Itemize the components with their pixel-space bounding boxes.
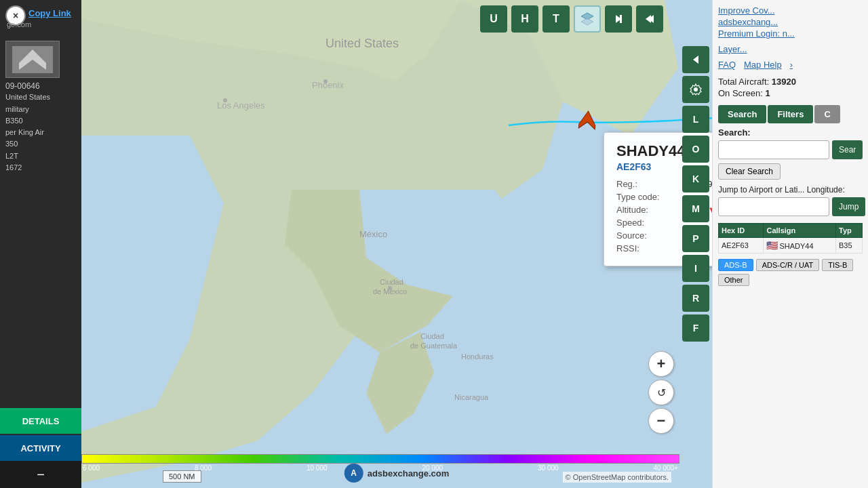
next-button[interactable]: [605, 5, 632, 33]
chevron-left-button[interactable]: [682, 46, 709, 73]
type-header: Typ: [836, 224, 863, 238]
adsc-tag[interactable]: ADS-C/R / UAT: [756, 259, 820, 271]
aircraft-svg: [576, 109, 599, 133]
svg-point-20: [323, 79, 328, 83]
scale-bar: 500 NM: [163, 470, 201, 483]
p-button[interactable]: P: [682, 225, 709, 252]
jump-label: Jump to Airport or Lati... Longitude:: [718, 185, 863, 195]
jump-button[interactable]: Jump: [832, 197, 865, 216]
collapse-button[interactable]: [636, 5, 663, 33]
clear-search-button[interactable]: Clear Search: [718, 163, 781, 180]
svg-text:Ciudad: Ciudad: [380, 278, 403, 286]
svg-point-31: [694, 87, 698, 92]
o-button[interactable]: O: [682, 136, 709, 163]
search-label: Search:: [718, 127, 863, 138]
premium-login-link2[interactable]: Layer...: [718, 44, 863, 54]
search-input[interactable]: [718, 140, 829, 159]
callsign-cell: 🇺🇸SHADY44: [764, 238, 836, 253]
left-country: United States: [5, 93, 50, 101]
aircraft-thumbnail: [5, 41, 60, 78]
t-button[interactable]: T: [542, 5, 570, 33]
jump-row: Jump: [718, 197, 863, 216]
map-area[interactable]: United States Los Angeles Phoenix México…: [81, 0, 712, 488]
reset-view-button[interactable]: ↺: [648, 380, 674, 405]
top-toolbar: U H T: [480, 5, 663, 33]
filters-tab[interactable]: Filters: [768, 105, 813, 123]
svg-text:México: México: [359, 229, 387, 239]
f-button[interactable]: F: [682, 314, 709, 342]
color-label-6: 40 000+: [654, 464, 678, 472]
improve-coverage-link2[interactable]: adsbexchang...: [718, 17, 863, 27]
total-aircraft-val: 13920: [772, 77, 796, 87]
layer-button[interactable]: [574, 5, 601, 33]
u-button[interactable]: U: [480, 5, 507, 33]
svg-point-19: [223, 98, 227, 102]
aircraft-table: Hex ID Callsign Typ AE2F63 🇺🇸SHADY44 B35: [718, 223, 863, 253]
svg-text:Ciudad: Ciudad: [420, 332, 444, 340]
m-button[interactable]: M: [682, 195, 709, 222]
total-aircraft-label: Total Aircraft:: [718, 77, 769, 87]
logo-text: adsbexchange.com: [368, 468, 450, 479]
map-attribution: © OpenStreetMap contributors.: [563, 472, 671, 483]
activity-label: ACTIVITY: [20, 443, 60, 453]
svg-point-21: [388, 286, 392, 290]
aircraft-icon[interactable]: [575, 109, 599, 138]
tisb-tag[interactable]: TIS-B: [822, 259, 853, 271]
improve-coverage-link[interactable]: Improve Cov...: [718, 5, 863, 16]
i-button[interactable]: I: [682, 255, 709, 282]
details-label: DETAILS: [22, 416, 60, 426]
svg-rect-27: [620, 15, 622, 23]
left-airport: L2T: [5, 152, 18, 160]
copy-link-button[interactable]: Copy Link: [28, 8, 71, 18]
adsb-tag[interactable]: ADS-B: [718, 259, 753, 271]
activity-button[interactable]: ACTIVITY: [0, 435, 81, 461]
zoom-controls: + ↺ −: [648, 351, 674, 434]
h-button[interactable]: H: [511, 5, 538, 33]
left-panel: × Copy Link ge.com 09-00646 United State…: [0, 0, 81, 488]
on-screen-val: 1: [765, 88, 770, 98]
left-bottom-bar: −: [0, 461, 81, 488]
type-cell: B35: [836, 238, 863, 253]
k-button[interactable]: K: [682, 165, 709, 192]
layer-icon: [580, 12, 595, 26]
minus-button[interactable]: −: [37, 467, 45, 483]
table-row[interactable]: AE2F63 🇺🇸SHADY44 B35: [719, 238, 863, 253]
chevron-left-icon: [690, 54, 701, 65]
svg-text:Honduras: Honduras: [461, 352, 494, 361]
logo-container: A adsbexchange.com: [344, 464, 450, 483]
altitude-color-bar: [81, 454, 679, 464]
right-map-buttons: L O K M P I R F: [679, 0, 712, 488]
premium-login-link[interactable]: Premium Login: n...: [718, 28, 863, 39]
main-tabs: Search Filters C: [718, 105, 863, 123]
svg-marker-23: [578, 110, 596, 129]
left-altitude: 1672: [5, 163, 22, 171]
popup-type-label: Type code:: [616, 192, 660, 202]
zoom-in-button[interactable]: +: [648, 351, 674, 377]
color-label-3: 10 000: [307, 464, 328, 472]
attribution-text: © OpenStreetMap contributors.: [566, 473, 669, 481]
other-source-tag[interactable]: Other: [718, 274, 749, 286]
map-help-link[interactable]: Map Help: [744, 60, 782, 70]
popup-rssi-label: RSSI:: [616, 243, 639, 253]
popup-source-label: Source:: [616, 230, 647, 241]
faq-link[interactable]: FAQ: [718, 60, 736, 70]
hex-id-header: Hex ID: [719, 224, 764, 238]
svg-text:United States: United States: [326, 37, 399, 50]
l-button[interactable]: L: [682, 106, 709, 133]
more-link[interactable]: ›: [790, 60, 793, 70]
search-go-button[interactable]: Sear: [832, 140, 863, 159]
copy-link-url: ge.com: [7, 20, 31, 28]
left-plane-model: per King Air: [5, 128, 44, 136]
other-tab[interactable]: C: [814, 105, 840, 123]
details-button[interactable]: DETAILS: [0, 408, 81, 434]
gear-button[interactable]: [682, 76, 709, 103]
aircraft-image: [12, 46, 53, 73]
collapse-icon: [644, 14, 655, 24]
gear-icon: [690, 83, 702, 96]
right-links: FAQ Map Help ›: [718, 60, 863, 70]
zoom-out-button[interactable]: −: [648, 408, 674, 434]
search-tab[interactable]: Search: [718, 105, 766, 123]
right-panel: Improve Cov... adsbexchang... Premium Lo…: [712, 0, 868, 488]
jump-input[interactable]: [718, 197, 829, 216]
r-button[interactable]: R: [682, 285, 709, 312]
